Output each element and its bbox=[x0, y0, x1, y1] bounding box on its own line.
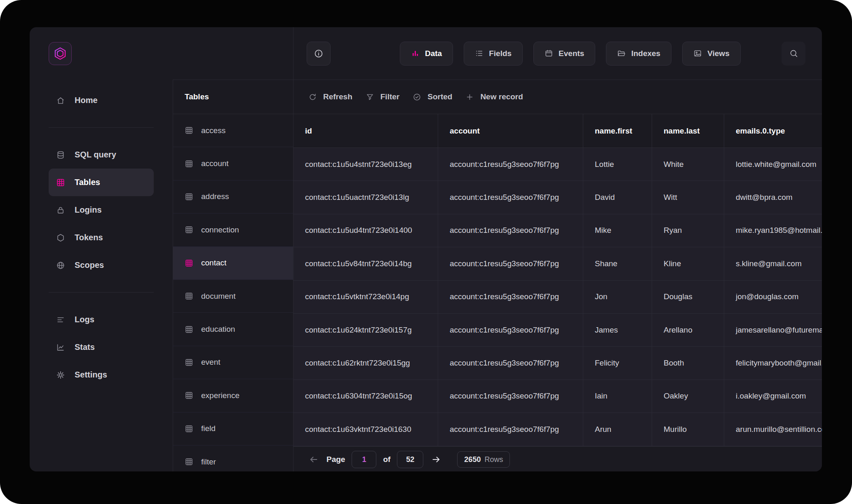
cell-first: Arun bbox=[583, 413, 652, 445]
cell-last: Ryan bbox=[652, 214, 724, 247]
sidebar-item-sql-query[interactable]: SQL query bbox=[49, 141, 154, 169]
table-row[interactable]: contact:c1u5u4stnt723e0i13eg account:c1r… bbox=[293, 148, 822, 181]
cell-last: Douglas bbox=[652, 281, 724, 313]
record-action-bar: Refresh Filter Sorted New record bbox=[293, 80, 822, 114]
table-row[interactable]: contact:c1u62rktnt723e0i15gg account:c1r… bbox=[293, 347, 822, 380]
cell-first: James bbox=[583, 314, 652, 346]
cell-first: Mike bbox=[583, 214, 652, 247]
sidebar-item-home[interactable]: Home bbox=[49, 87, 154, 114]
table-grid-icon bbox=[185, 424, 193, 433]
previous-page-button[interactable] bbox=[307, 453, 320, 466]
total-pages-input[interactable] bbox=[397, 451, 423, 468]
sidebar-item-label: Stats bbox=[75, 342, 95, 352]
sidebar-item-logs[interactable]: Logs bbox=[49, 306, 154, 333]
table-list-item-event[interactable]: event bbox=[173, 346, 293, 379]
action-label: Refresh bbox=[323, 92, 352, 101]
table-row[interactable]: contact:c1u5ud4tnt723e0i1400 account:c1r… bbox=[293, 214, 822, 247]
sidebar-item-scopes[interactable]: Scopes bbox=[49, 251, 154, 279]
page-number-input[interactable] bbox=[352, 451, 376, 468]
next-page-button[interactable] bbox=[430, 453, 442, 466]
tab-label: Views bbox=[707, 49, 730, 58]
row-count-badge: 2650 Rows bbox=[457, 451, 510, 468]
check-circle-icon bbox=[413, 93, 421, 101]
cell-account: account:c1resu5g3seoo7f6f7pg bbox=[438, 148, 583, 181]
tab-events[interactable]: Events bbox=[533, 42, 595, 66]
sidebar-item-logins[interactable]: Logins bbox=[49, 196, 154, 224]
tab-data[interactable]: Data bbox=[400, 42, 453, 66]
cell-email: arun.murillo@sentillion.com bbox=[724, 413, 822, 445]
action-label: New record bbox=[480, 92, 523, 101]
table-row[interactable]: contact:c1u5uactnt723e0i13lg account:c1r… bbox=[293, 181, 822, 214]
cell-last: Arellano bbox=[652, 314, 724, 346]
table-row[interactable]: contact:c1u6304tnt723e0i15og account:c1r… bbox=[293, 380, 822, 413]
tab-label: Data bbox=[425, 49, 442, 58]
funnel-icon bbox=[366, 93, 374, 101]
table-list-item-address[interactable]: address bbox=[173, 181, 293, 213]
cell-account: account:c1resu5g3seoo7f6f7pg bbox=[438, 247, 583, 280]
table-row[interactable]: contact:c1u5vtktnt723e0i14pg account:c1r… bbox=[293, 281, 822, 314]
gear-icon bbox=[56, 370, 65, 380]
table-grid-icon bbox=[185, 259, 193, 267]
cell-account: account:c1resu5g3seoo7f6f7pg bbox=[438, 347, 583, 379]
row-count-label: Rows bbox=[484, 455, 503, 464]
table-list-item-filter[interactable]: filter bbox=[173, 445, 293, 471]
tab-indexes[interactable]: Indexes bbox=[606, 42, 671, 66]
cell-id: contact:c1u63vktnt723e0i1630 bbox=[293, 413, 438, 445]
sidebar-item-tables[interactable]: Tables bbox=[49, 169, 154, 196]
database-icon bbox=[56, 150, 65, 159]
table-list-item-contact[interactable]: contact bbox=[173, 247, 293, 280]
table-list-item-account[interactable]: account bbox=[173, 147, 293, 180]
table-row[interactable]: contact:c1u63vktnt723e0i1630 account:c1r… bbox=[293, 413, 822, 446]
lock-icon bbox=[56, 206, 65, 215]
cell-account: account:c1resu5g3seoo7f6f7pg bbox=[438, 380, 583, 413]
row-count-value: 2650 bbox=[464, 455, 481, 464]
cell-first: Lottie bbox=[583, 148, 652, 181]
folder-open-icon bbox=[617, 49, 626, 58]
sidebar-item-settings[interactable]: Settings bbox=[49, 361, 154, 389]
list-icon bbox=[475, 49, 484, 58]
table-list-item-education[interactable]: education bbox=[173, 313, 293, 346]
tables-panel-header-spacer bbox=[173, 27, 293, 80]
info-button[interactable] bbox=[307, 42, 331, 66]
table-grid-icon bbox=[185, 192, 193, 201]
view-tabs: Data Fields Events In bbox=[400, 42, 741, 66]
table-grid-icon bbox=[185, 126, 193, 135]
cell-account: account:c1resu5g3seoo7f6f7pg bbox=[438, 314, 583, 346]
new-record-button[interactable]: New record bbox=[465, 92, 523, 101]
sorted-button[interactable]: Sorted bbox=[413, 92, 452, 101]
column-header-name-last: name.last bbox=[652, 114, 724, 148]
page-label: Page bbox=[326, 455, 345, 464]
divider bbox=[49, 292, 154, 293]
table-list-item-document[interactable]: document bbox=[173, 280, 293, 313]
table-list-label: event bbox=[201, 358, 220, 367]
table-grid-icon bbox=[185, 159, 193, 168]
cell-email: dwitt@bpra.com bbox=[724, 181, 822, 213]
globe-icon bbox=[56, 261, 65, 270]
table-list-item-experience[interactable]: experience bbox=[173, 379, 293, 412]
filter-button[interactable]: Filter bbox=[366, 92, 399, 101]
table-list-item-access[interactable]: access bbox=[173, 114, 293, 147]
cell-id: contact:c1u5uactnt723e0i13lg bbox=[293, 181, 438, 213]
table-list-label: education bbox=[201, 325, 235, 334]
table-list-item-connection[interactable]: connection bbox=[173, 213, 293, 246]
cell-last: Oakley bbox=[652, 380, 724, 413]
table-grid-icon bbox=[185, 358, 193, 367]
tab-fields[interactable]: Fields bbox=[464, 42, 523, 66]
cell-id: contact:c1u5vtktnt723e0i14pg bbox=[293, 281, 438, 313]
cell-account: account:c1resu5g3seoo7f6f7pg bbox=[438, 181, 583, 213]
table-row[interactable]: contact:c1u5v84tnt723e0i14bg account:c1r… bbox=[293, 247, 822, 280]
sidebar-item-tokens[interactable]: Tokens bbox=[49, 224, 154, 251]
table-row[interactable]: contact:c1u624ktnt723e0i157g account:c1r… bbox=[293, 314, 822, 347]
tables-panel-title: Tables bbox=[173, 80, 293, 114]
sidebar-item-stats[interactable]: Stats bbox=[49, 333, 154, 361]
cell-email: jamesarellano@futuremail.com bbox=[724, 314, 822, 346]
refresh-button[interactable]: Refresh bbox=[308, 92, 352, 101]
app-logo[interactable] bbox=[49, 42, 72, 65]
cell-account: account:c1resu5g3seoo7f6f7pg bbox=[438, 281, 583, 313]
plus-icon bbox=[465, 93, 474, 101]
cell-last: Kline bbox=[652, 247, 724, 280]
search-button[interactable] bbox=[782, 42, 805, 66]
sidebar-item-label: Scopes bbox=[75, 260, 104, 270]
table-list-item-field[interactable]: field bbox=[173, 413, 293, 445]
tab-views[interactable]: Views bbox=[682, 42, 741, 66]
